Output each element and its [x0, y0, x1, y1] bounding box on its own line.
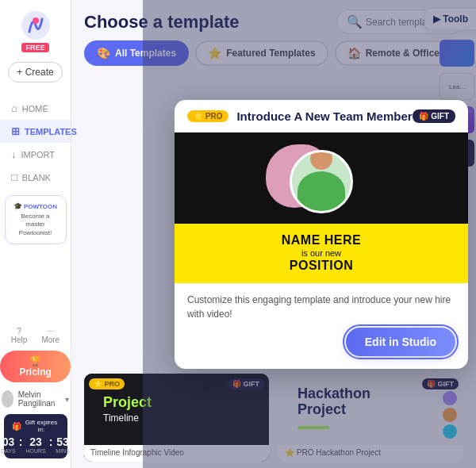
sidebar-item-home[interactable]: ⌂ HOME	[0, 97, 71, 120]
help-more-row: ? Help ··· More	[11, 327, 60, 344]
academy-logo: 🎓 POWTOON	[12, 202, 60, 210]
import-icon: ↓	[11, 148, 17, 160]
modal-pro-badge: ⭐ PRO	[187, 110, 228, 122]
gift-colon-1: :	[19, 435, 23, 454]
sidebar-bottom: ? Help ··· More 🏆 Pricing Melvin Pangili…	[0, 327, 71, 468]
help-button[interactable]: ? Help	[11, 327, 28, 344]
blank-icon: □	[11, 171, 17, 183]
main-area: Choose a template 🔍 ▶ Toolb 🎨 All Templa…	[71, 0, 476, 468]
preview-name-text: Name Here	[282, 233, 362, 247]
sidebar-item-label: BLANK	[22, 173, 51, 182]
sidebar: FREE + Create ⌂ HOME ⊞ TEMPLATES ↓ IMPOR…	[0, 0, 71, 468]
user-chevron-icon: ▾	[65, 395, 69, 404]
pro-badge: ⭐ PRO	[89, 378, 125, 389]
sidebar-item-blank[interactable]: □ BLANK	[0, 166, 71, 189]
create-button[interactable]: + Create	[8, 62, 62, 82]
academy-text: Become a master Powtoonist!	[12, 213, 60, 237]
gift-mins: 53 MINS	[56, 435, 70, 454]
home-icon: ⌂	[11, 102, 17, 114]
free-badge: FREE	[21, 43, 48, 52]
logo	[20, 10, 52, 41]
templates-icon: ⊞	[11, 125, 20, 137]
gift-days: 03 DAYS	[1, 435, 16, 454]
sidebar-item-templates[interactable]: ⊞ TEMPLATES	[0, 120, 71, 143]
pricing-button[interactable]: 🏆 Pricing	[0, 351, 71, 382]
sidebar-item-import[interactable]: ↓ IMPORT	[0, 143, 71, 166]
preview-position-text: POSITION	[290, 259, 353, 273]
more-label: More	[41, 336, 60, 344]
modal-header: ⭐ PRO Introduce A New Team Member 🎁 GIFT	[175, 100, 468, 132]
modal-actions: Edit in Studio	[175, 328, 468, 356]
preview-is-text: is our new	[301, 247, 341, 259]
preview-body	[298, 171, 345, 211]
gift-icon: 🎁	[12, 422, 21, 431]
sidebar-item-label: IMPORT	[21, 150, 56, 159]
template-preview: ★ Name Here is our new POSITION	[175, 132, 468, 283]
user-name: Melvin Pangilinan	[18, 390, 61, 408]
academy-desc: Become a master Powtoonist!	[19, 213, 52, 236]
edit-in-studio-button[interactable]: Edit in Studio	[346, 328, 455, 356]
sidebar-nav: ⌂ HOME ⊞ TEMPLATES ↓ IMPORT □ BLANK	[0, 97, 71, 189]
academy-icon: 🎓	[13, 202, 22, 210]
academy-logo-text: POWTOON	[24, 203, 57, 210]
all-templates-icon: 🎨	[97, 47, 110, 59]
preview-person-body	[292, 150, 351, 211]
svg-point-1	[33, 17, 39, 24]
sidebar-item-label: HOME	[22, 104, 48, 113]
gift-box: 🎁 Gift expires in: 03 DAYS : 23 HOURS : …	[4, 414, 67, 458]
more-button[interactable]: ··· More	[41, 327, 60, 344]
academy-card[interactable]: 🎓 POWTOON Become a master Powtoonist!	[5, 195, 67, 244]
preview-avatar-circle	[290, 150, 353, 213]
gift-colon-2: :	[49, 435, 53, 454]
gift-hours: 23 HOURS	[25, 435, 45, 454]
preview-yellow-bar: Name Here is our new POSITION	[175, 224, 468, 283]
user-row: Melvin Pangilinan ▾	[0, 390, 77, 408]
more-icon: ···	[41, 327, 60, 336]
modal-description: Customize this engaging template and int…	[175, 283, 468, 331]
preview-head	[310, 150, 332, 170]
modal-gift-badge: 🎁 GIFT	[413, 109, 455, 123]
gift-label-row: 🎁 Gift expires in:	[12, 419, 60, 433]
sidebar-item-label: TEMPLATES	[25, 127, 77, 136]
modal-overlay: ⭐ PRO Introduce A New Team Member 🎁 GIFT…	[143, 0, 476, 468]
gift-label: Gift expires in:	[24, 419, 60, 433]
gift-timer: 03 DAYS : 23 HOURS : 53 MINS	[12, 435, 60, 454]
modal-title: Introduce A New Team Member	[236, 109, 413, 123]
help-label: Help	[11, 336, 28, 344]
user-avatar	[2, 390, 13, 408]
modal: ⭐ PRO Introduce A New Team Member 🎁 GIFT…	[175, 100, 468, 369]
help-icon: ?	[11, 327, 28, 336]
